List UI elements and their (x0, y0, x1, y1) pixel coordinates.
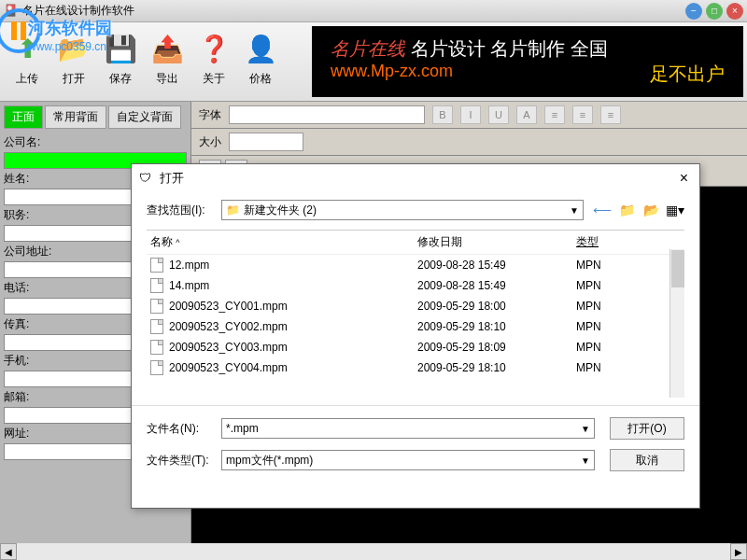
underline-button[interactable]: U (488, 105, 509, 124)
bold-button[interactable]: B (432, 105, 453, 124)
filetype-combo[interactable]: mpm文件(*.mpm)▼ (221, 450, 595, 470)
file-icon (150, 299, 163, 314)
chevron-down-icon: ▼ (570, 205, 579, 216)
minimize-button[interactable]: − (685, 3, 702, 20)
folder-icon: 📁 (226, 203, 240, 217)
align-left-button[interactable]: ≡ (544, 105, 565, 124)
dialog-title: 打开 (160, 170, 184, 187)
italic-button[interactable]: I (460, 105, 481, 124)
size-label: 大小 (199, 134, 221, 150)
watermark-overlay: 河东软件园 www.pc0359.cn (0, 7, 47, 58)
file-icon (150, 360, 163, 375)
color-button[interactable]: A (516, 105, 537, 124)
column-type[interactable]: 类型 (576, 234, 623, 250)
tab-common-back[interactable]: 常用背面 (45, 105, 106, 129)
back-button[interactable]: ⟵ (593, 201, 612, 219)
file-row[interactable]: 14.mpm2009-08-28 15:49MPN (147, 275, 684, 296)
dialog-icon: 🛡 (139, 171, 154, 186)
file-row[interactable]: 20090523_CY001.mpm2009-05-29 18:00MPN (147, 296, 684, 316)
tab-custom-back[interactable]: 自定义背面 (108, 105, 181, 129)
price-button[interactable]: 👤价格 (237, 26, 284, 97)
svg-rect-2 (21, 21, 26, 40)
export-button[interactable]: 📤导出 (144, 26, 190, 97)
dialog-close-button[interactable]: × (676, 170, 692, 187)
file-icon (150, 340, 163, 355)
filename-input[interactable]: *.mpm▼ (221, 418, 595, 439)
file-row[interactable]: 20090523_CY003.mpm2009-05-29 18:09MPN (147, 337, 684, 357)
column-name[interactable]: 名称 ^ (147, 234, 417, 250)
maximize-button[interactable]: □ (706, 3, 723, 20)
up-folder-button[interactable]: 📁 (617, 201, 636, 219)
filetype-label: 文件类型(T): (147, 453, 221, 469)
filename-label: 文件名(N): (147, 421, 221, 437)
align-right-button[interactable]: ≡ (600, 105, 621, 124)
size-toolbar: 大小 (191, 129, 747, 156)
file-row[interactable]: 12.mpm2009-08-28 15:49MPN (147, 255, 684, 275)
horizontal-scrollbar[interactable]: ◀ ▶ (0, 543, 747, 560)
file-icon (150, 258, 163, 273)
watermark-name: 河东软件园 (28, 17, 112, 39)
file-list: 名称 ^ 修改日期 类型 12.mpm2009-08-28 15:49MPN 1… (147, 230, 684, 398)
size-combo[interactable] (229, 133, 303, 151)
window-titlebar: 🎴 名片在线设计制作软件 − □ × (0, 0, 747, 22)
open-confirm-button[interactable]: 打开(O) (610, 417, 684, 440)
card-side-tabs: 正面 常用背面 自定义背面 (4, 105, 187, 129)
tab-front[interactable]: 正面 (4, 105, 43, 129)
scroll-right-button[interactable]: ▶ (730, 543, 747, 560)
close-button[interactable]: × (726, 3, 743, 20)
file-list-scrollbar[interactable] (669, 249, 684, 398)
open-file-dialog: 🛡 打开 × 查找范围(I): 📁 新建文件夹 (2) ▼ ⟵ 📁 📂 ▦▾ 名… (131, 163, 700, 509)
lookin-combo[interactable]: 📁 新建文件夹 (2) ▼ (221, 200, 584, 220)
font-label: 字体 (199, 107, 221, 123)
watermark-url: www.pc0359.cn (28, 40, 106, 53)
new-folder-button[interactable]: 📂 (641, 201, 660, 219)
file-row[interactable]: 20090523_CY002.mpm2009-05-29 18:10MPN (147, 316, 684, 337)
view-menu-button[interactable]: ▦▾ (666, 201, 684, 219)
file-icon (150, 278, 163, 293)
file-icon (150, 319, 163, 334)
main-toolbar: ⬆上传 📂打开 💾保存 📤导出 ❓关于 👤价格 名片在线 名片设计 名片制作 全… (0, 22, 747, 102)
column-date[interactable]: 修改日期 (417, 234, 576, 250)
scroll-left-button[interactable]: ◀ (0, 543, 17, 560)
svg-rect-1 (11, 21, 17, 40)
ad-banner: 名片在线 名片设计 名片制作 全国 www.Mp-zx.com足不出户 (312, 26, 743, 97)
cancel-button[interactable]: 取消 (610, 449, 684, 471)
align-center-button[interactable]: ≡ (572, 105, 593, 124)
about-button[interactable]: ❓关于 (190, 26, 237, 97)
file-row[interactable]: 20090523_CY004.mpm2009-05-29 18:10MPN (147, 357, 684, 378)
lookin-label: 查找范围(I): (147, 203, 221, 218)
font-toolbar: 字体 B I U A ≡ ≡ ≡ (191, 102, 747, 129)
font-combo[interactable] (229, 105, 425, 124)
dialog-titlebar: 🛡 打开 × (132, 164, 699, 192)
